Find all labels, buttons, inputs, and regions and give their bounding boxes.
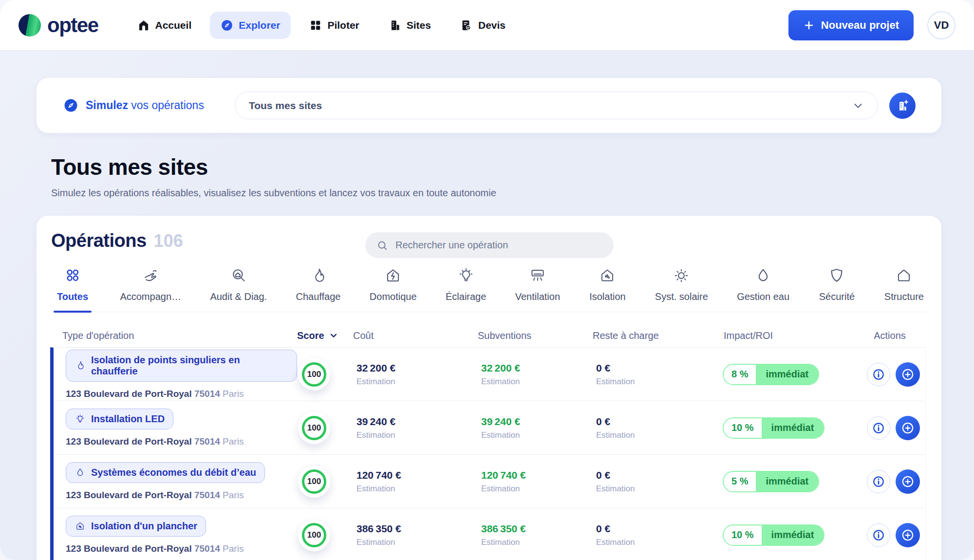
- cost-value: 120 740 €: [356, 469, 468, 481]
- cost-value: 39 240 €: [356, 416, 468, 428]
- category-tab[interactable]: Isolation: [586, 266, 629, 312]
- cost-estimation-label: Estimation: [356, 484, 468, 494]
- column-header-remaining: Reste à charge: [587, 330, 712, 341]
- operations-title-row: Opérations 106: [51, 230, 183, 251]
- operation-address: 123 Boulevard de Port-Royal 75014 Paris: [66, 543, 297, 554]
- simulate-title-bold: Simulez: [86, 99, 128, 112]
- address-zip: 75014: [194, 543, 220, 554]
- roi-percent: 10 %: [724, 525, 762, 545]
- operation-badge[interactable]: Isolation d'un plancher: [66, 516, 206, 537]
- roi-delay: immédiat: [756, 472, 818, 491]
- tab-label: Structure: [884, 291, 924, 302]
- impact-cell: 5 % immédiat: [716, 471, 857, 492]
- document-check-icon: [460, 19, 473, 32]
- column-header-impact: Impact/ROI: [712, 330, 854, 341]
- chevron-down-icon: [852, 100, 864, 112]
- add-site-button[interactable]: [889, 93, 916, 119]
- nav-item[interactable]: Explorer: [210, 12, 291, 39]
- operation-name: Installation LED: [91, 413, 165, 425]
- subsidies-value: 39 240 €: [481, 416, 591, 428]
- category-tab[interactable]: Chauffage: [293, 266, 344, 312]
- subsidies-estimation-label: Estimation: [481, 377, 591, 387]
- info-button[interactable]: [867, 523, 890, 547]
- category-tab[interactable]: Gestion eau: [734, 266, 792, 312]
- add-operation-button[interactable]: [896, 416, 920, 440]
- subsidies-cell: 32 200 € Estimation: [468, 362, 591, 387]
- sun-icon: [672, 266, 691, 285]
- nav-item[interactable]: Piloter: [299, 12, 370, 39]
- brand-name: optee: [47, 14, 98, 37]
- navbar-right: Nouveau projet VD: [788, 10, 955, 40]
- add-operation-button[interactable]: [896, 469, 920, 494]
- score-cell: 100: [297, 519, 353, 551]
- category-tab[interactable]: Ventilation: [512, 266, 563, 312]
- search-icon: [376, 240, 388, 251]
- operations-title: Opérations: [51, 230, 147, 251]
- brand-logo[interactable]: optee: [19, 14, 98, 37]
- address-zip: 75014: [194, 490, 220, 500]
- category-tab[interactable]: Syst. solaire: [652, 266, 711, 312]
- house-bolt-icon: [384, 266, 402, 285]
- nav-item-label: Piloter: [327, 19, 359, 31]
- new-project-button[interactable]: Nouveau projet: [788, 10, 914, 40]
- operation-badge[interactable]: Installation LED: [66, 409, 173, 429]
- info-icon: [872, 368, 885, 381]
- category-tab[interactable]: Domotique: [367, 266, 420, 312]
- operation-row: Isolation de points singuliers en chauff…: [54, 348, 925, 401]
- operation-badge[interactable]: Isolation de points singuliers en chauff…: [66, 350, 297, 382]
- roi-pill: 5 % immédiat: [723, 471, 819, 492]
- droplet-icon: [754, 266, 772, 285]
- add-operation-button[interactable]: [896, 523, 920, 547]
- page-header: Tous mes sites Simulez les opérations ré…: [51, 154, 496, 199]
- subsidies-value: 32 200 €: [481, 362, 591, 374]
- nav-item[interactable]: Sites: [378, 12, 442, 39]
- operations-table: Isolation de points singuliers en chauff…: [50, 347, 926, 560]
- remaining-cell: 0 € Estimation: [591, 523, 716, 547]
- score-value: 100: [302, 523, 326, 547]
- address-city: Paris: [223, 543, 244, 554]
- score-badge: 100: [298, 412, 330, 444]
- user-avatar[interactable]: VD: [927, 11, 955, 39]
- grid-icon: [309, 19, 322, 32]
- category-tab[interactable]: Toutes: [51, 266, 94, 312]
- subsidies-estimation-label: Estimation: [481, 538, 591, 547]
- search-input[interactable]: [394, 239, 609, 251]
- simulate-title: Simulez vos opérations: [86, 99, 204, 112]
- category-tab[interactable]: Audit & Diag.: [207, 266, 270, 312]
- column-header-type: Type d'opération: [50, 330, 294, 341]
- score-cell: 100: [297, 412, 353, 444]
- address-street: 123 Boulevard de Port-Royal: [66, 436, 192, 447]
- compass-icon: [63, 98, 78, 113]
- nav-item[interactable]: Accueil: [127, 12, 203, 39]
- info-button[interactable]: [867, 363, 890, 386]
- info-button[interactable]: [867, 470, 890, 493]
- simulate-bar: Simulez vos opérations Tous mes sites: [37, 78, 941, 133]
- tab-label: Toutes: [57, 291, 88, 302]
- remaining-estimation-label: Estimation: [596, 430, 716, 440]
- column-header-score[interactable]: Score: [294, 330, 350, 341]
- tab-label: Accompagn…: [120, 291, 181, 302]
- column-header-actions: Actions: [854, 330, 926, 341]
- nav-item-label: Devis: [478, 19, 506, 31]
- nav-item[interactable]: Devis: [450, 12, 516, 39]
- bulb-icon: [75, 413, 86, 425]
- roi-delay: immédiat: [762, 418, 824, 438]
- operation-address: 123 Boulevard de Port-Royal 75014 Paris: [66, 389, 297, 399]
- roi-pill: 10 % immédiat: [723, 524, 824, 546]
- remaining-cell: 0 € Estimation: [591, 416, 716, 440]
- info-button[interactable]: [867, 416, 890, 440]
- category-tab[interactable]: Éclairage: [443, 266, 489, 312]
- site-select[interactable]: Tous mes sites: [235, 92, 878, 119]
- add-operation-button[interactable]: [896, 362, 920, 387]
- score-value: 100: [302, 469, 326, 494]
- tab-label: Isolation: [589, 291, 626, 302]
- category-tab[interactable]: Accompagn…: [117, 266, 184, 312]
- operation-badge[interactable]: Systèmes économes du débit d’eau: [66, 462, 265, 483]
- plus-circle-icon: [900, 528, 915, 542]
- score-cell: 100: [297, 358, 353, 391]
- page-subtitle: Simulez les opérations réalisables, visu…: [51, 187, 496, 199]
- address-city: Paris: [223, 436, 244, 447]
- subsidies-estimation-label: Estimation: [481, 484, 591, 494]
- category-tab[interactable]: Structure: [881, 266, 927, 312]
- category-tab[interactable]: Sécurité: [815, 266, 858, 312]
